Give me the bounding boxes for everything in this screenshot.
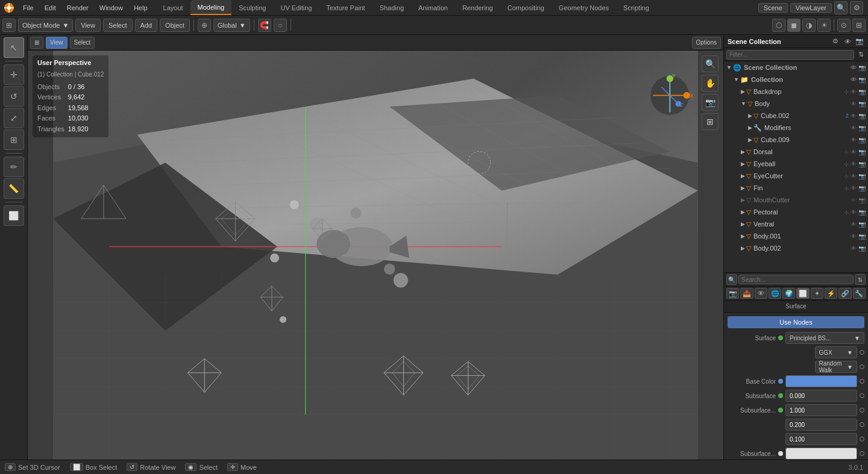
snap-icon[interactable]: 🧲 — [258, 19, 271, 32]
sub-val1-value[interactable]: 0.200 — [785, 419, 857, 431]
eyecutter-eye-btn[interactable]: 👁 — [851, 173, 857, 179]
outliner-camera-icon[interactable]: 📷 — [855, 37, 864, 46]
vp-options-btn[interactable]: Options — [692, 37, 721, 49]
tree-eyeball[interactable]: ▶ ▽ Eyeball ⊹ 👁 📷 — [724, 158, 868, 170]
filter-btn[interactable]: ⚙ — [850, 1, 863, 14]
tree-body[interactable]: ▼ ▽ Body 👁 📷 — [724, 98, 868, 110]
dorsal-eye-btn[interactable]: 👁 — [851, 149, 857, 155]
subsurface-color-value[interactable] — [785, 447, 857, 460]
mods-eye-btn[interactable]: 👁 — [851, 125, 857, 131]
body001-cam-btn[interactable]: 📷 — [858, 233, 866, 240]
add-primitive-btn[interactable]: ⬜ — [4, 205, 24, 226]
eyeball-eye-btn[interactable]: 👁 — [851, 161, 857, 167]
tab-geometry-nodes[interactable]: Geometry Nodes — [552, 0, 616, 15]
props-tab-view[interactable]: 👁 — [755, 288, 767, 299]
rotate-tool-btn[interactable]: ↺ — [4, 86, 24, 107]
props-tab-modifiers[interactable]: 🔧 — [853, 288, 866, 299]
cube002-eye-btn[interactable]: 👁 — [851, 113, 857, 119]
viewport-shading-wireframe[interactable]: ⬡ — [772, 19, 785, 32]
transform-tool-btn[interactable]: ⊞ — [4, 129, 24, 150]
cube009-cam-btn[interactable]: 📷 — [858, 137, 866, 143]
tab-modeling[interactable]: Modeling — [190, 0, 232, 15]
body001-eye-btn[interactable]: 👁 — [851, 233, 857, 240]
fin-icon-ctrl[interactable]: ⊹ — [844, 185, 849, 192]
viewport-shading-material[interactable]: ◑ — [802, 19, 816, 32]
props-search-input[interactable] — [738, 275, 854, 284]
mouthcutter-eye-btn[interactable]: 👁 — [851, 197, 857, 204]
tab-texture-paint[interactable]: Texture Paint — [319, 0, 372, 15]
dorsal-icon-ctrl[interactable]: ⊹ — [844, 149, 849, 155]
annotate-tool-btn[interactable]: ✏ — [4, 157, 24, 177]
ventral-eye-btn[interactable]: 👁 — [851, 221, 857, 228]
scene-cam-btn[interactable]: 📷 — [858, 64, 866, 71]
tree-body002[interactable]: ▶ ▽ Body.002 👁 📷 — [724, 242, 868, 254]
add-menu-btn[interactable]: Add — [135, 19, 158, 32]
tree-ventral[interactable]: ▶ ▽ Ventral 👁 📷 — [724, 218, 868, 230]
menu-help[interactable]: Help — [129, 3, 153, 13]
coll-cam-btn[interactable]: 📷 — [858, 76, 866, 83]
viewport-shading-rendered[interactable]: ☀ — [817, 19, 831, 32]
tree-collection[interactable]: ▼ 📁 Collection 👁 📷 — [724, 73, 868, 86]
move-tool-btn[interactable]: ✛ — [4, 64, 24, 85]
tab-rendering[interactable]: Rendering — [455, 0, 500, 15]
props-tab-material[interactable]: ⬜ — [796, 288, 809, 299]
select-menu-btn[interactable]: Select — [103, 19, 133, 32]
ventral-cam-btn[interactable]: 📷 — [858, 221, 866, 228]
subsurface-value[interactable]: 0.000 — [785, 390, 857, 402]
base-color-value[interactable] — [785, 375, 857, 387]
outliner-filter-icon[interactable]: ⚙ — [831, 37, 840, 46]
props-tab-constraints[interactable]: 🔗 — [838, 288, 851, 299]
props-tab-output[interactable]: 📤 — [740, 288, 753, 299]
cursor-tool-btn[interactable]: ↖ — [4, 37, 24, 58]
backdrop-eye-btn[interactable]: 👁 — [851, 89, 857, 95]
cube002-cam-btn[interactable]: 📷 — [858, 113, 866, 119]
viewport-shading-solid[interactable]: ◼ — [787, 19, 800, 32]
3d-viewport[interactable]: ⊞ View Select Options — [28, 35, 723, 460]
tree-backdrop[interactable]: ▶ ▽ Backdrop ⊹ 👁 📷 — [724, 86, 868, 98]
backdrop-cam-btn[interactable]: 📷 — [858, 89, 866, 95]
tab-sculpting[interactable]: Sculpting — [231, 0, 273, 15]
tree-dorsal[interactable]: ▶ ▽ Dorsal ⊹ 👁 📷 — [724, 146, 868, 158]
props-tab-world[interactable]: 🌍 — [782, 288, 795, 299]
outliner-sort-icon[interactable]: ⇅ — [856, 50, 866, 60]
menu-file[interactable]: File — [18, 3, 39, 13]
render-layer-selector[interactable]: ViewLayer — [790, 3, 832, 13]
fin-eye-btn[interactable]: 👁 — [851, 185, 857, 192]
tree-scene-collection[interactable]: ▼ 🌐 Scene Collection 👁 📷 — [724, 61, 868, 73]
scene-eye-btn[interactable]: 👁 — [851, 64, 857, 71]
props-search-btn[interactable]: 🔍 — [726, 274, 737, 285]
tree-pectoral[interactable]: ▶ ▽ Pectoral ⊹ 👁 📷 — [724, 206, 868, 218]
props-tab-particles[interactable]: ✦ — [811, 288, 823, 299]
props-tab-render[interactable]: 📷 — [726, 288, 739, 299]
menu-render[interactable]: Render — [62, 3, 93, 13]
tree-fin[interactable]: ▶ ▽ Fin ⊹ 👁 📷 — [724, 182, 868, 194]
scene-selector[interactable]: Scene — [758, 3, 788, 13]
transform-orient-dropdown[interactable]: Global ▼ — [213, 19, 250, 32]
tab-scripting[interactable]: Scripting — [616, 0, 656, 15]
proportional-icon[interactable]: ○ — [274, 19, 287, 32]
view-menu-btn[interactable]: View — [75, 19, 101, 32]
tree-mouthcutter[interactable]: ▶ ▽ MouthCutter 👁 📷 — [724, 194, 868, 206]
body-eye-btn[interactable]: 👁 — [851, 101, 857, 107]
mouthcutter-cam-btn[interactable]: 📷 — [858, 197, 866, 204]
rw-dropdown[interactable]: Random Walk ▼ — [815, 361, 858, 373]
dorsal-cam-btn[interactable]: 📷 — [858, 149, 866, 155]
vp-view-menu[interactable]: View — [46, 37, 68, 49]
eyeball-icon-ctrl[interactable]: ⊹ — [844, 161, 849, 167]
body002-cam-btn[interactable]: 📷 — [858, 245, 866, 252]
pectoral-eye-btn[interactable]: 👁 — [851, 209, 857, 216]
tree-eyecutter[interactable]: ▶ ▽ EyeCutter ⊹ 👁 📷 — [724, 170, 868, 182]
tab-layout[interactable]: Layout — [156, 0, 190, 15]
body-cam-btn[interactable]: 📷 — [858, 101, 866, 107]
props-filter-btn[interactable]: ⇅ — [855, 274, 866, 285]
tree-body001[interactable]: ▶ ▽ Body.001 👁 📷 — [724, 230, 868, 242]
tree-modifiers[interactable]: ▶ 🔧 Modifiers 👁 📷 — [724, 122, 868, 134]
ggx-dropdown[interactable]: GGX ▼ — [815, 346, 858, 358]
pectoral-icon-ctrl[interactable]: ⊹ — [844, 209, 849, 216]
mode-dropdown[interactable]: Object Mode ▼ — [18, 19, 73, 32]
overlay-icon[interactable]: ⊙ — [837, 19, 851, 32]
eyecutter-cam-btn[interactable]: 📷 — [858, 173, 866, 179]
zoom-in-btn[interactable]: 🔍 — [702, 55, 719, 72]
measure-tool-btn[interactable]: 📏 — [4, 178, 24, 199]
props-tab-scene[interactable]: 🌐 — [769, 288, 781, 299]
